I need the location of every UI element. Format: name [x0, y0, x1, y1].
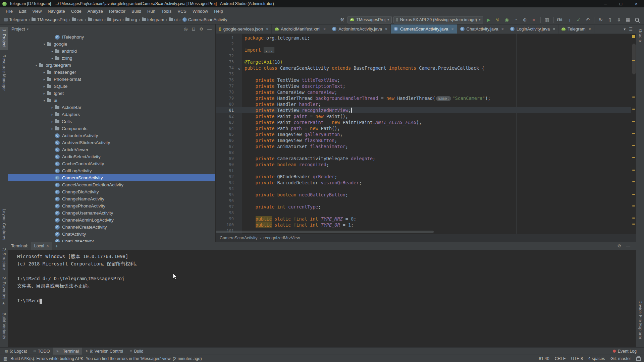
- breadcrumb-src[interactable]: src: [71, 17, 84, 22]
- indent-style[interactable]: 4 spaces: [588, 356, 605, 361]
- code-line-94[interactable]: 94: [216, 186, 631, 192]
- terminal-tab-local[interactable]: Local ×: [31, 242, 52, 250]
- warning-stripe-mark[interactable]: [632, 109, 635, 110]
- tool-window-todo[interactable]: ☑TODO: [30, 348, 53, 355]
- tree-item-components[interactable]: ▸Components: [8, 125, 215, 132]
- tool-button-resource-manager[interactable]: Resource Manager: [0, 52, 8, 93]
- breadcrumb-telegram[interactable]: Telegram: [3, 17, 28, 22]
- tool-button-device-file-explorer[interactable]: Device File Explorer: [636, 298, 644, 342]
- tree-item-calllogactivity[interactable]: CCallLogActivity: [8, 167, 215, 174]
- minimize-button[interactable]: –: [598, 0, 613, 7]
- build-hammer-icon[interactable]: ⚒: [338, 16, 346, 23]
- chevron-down-icon[interactable]: ▾: [27, 27, 29, 31]
- apply-changes-icon[interactable]: ↯: [494, 16, 501, 23]
- sdk-manager-icon[interactable]: ⇩: [615, 16, 623, 23]
- close-icon[interactable]: ×: [385, 27, 387, 32]
- tree-item-chateditactivity[interactable]: CChatEditActivity: [8, 238, 215, 242]
- maximize-button[interactable]: □: [613, 0, 629, 7]
- device-selector[interactable]: ▯Nexus 5X API 29 (Missing system image)▾: [393, 16, 483, 23]
- tree-item-cells[interactable]: ▸Cells: [8, 118, 215, 125]
- tool-button-build-variants[interactable]: Build Variants: [0, 310, 8, 342]
- editor-menu-icon[interactable]: ☰: [629, 27, 633, 32]
- tree-item-audioselectactivity[interactable]: CAudioSelectActivity: [8, 153, 215, 160]
- git-commit-icon[interactable]: ✓: [575, 16, 582, 23]
- code-line-84[interactable]: 84 private Path path = new Path();: [216, 125, 631, 131]
- breadcrumb-main[interactable]: main: [87, 17, 103, 22]
- warning-stripe-mark[interactable]: [632, 145, 635, 146]
- tree-expand-arrow[interactable]: ▸: [50, 127, 55, 130]
- breadcrumb-java[interactable]: java: [107, 17, 121, 22]
- breadcrumb-telegram[interactable]: telegram: [141, 17, 165, 22]
- code-line-97[interactable]: 97 private int currentType;: [216, 204, 631, 210]
- editor-vertical-scrollbar[interactable]: [632, 44, 636, 74]
- tree-expand-arrow[interactable]: ▸: [42, 78, 47, 81]
- code-line-90[interactable]: 90 private boolean recognized;: [216, 162, 631, 168]
- close-icon[interactable]: ×: [451, 27, 454, 32]
- tree-item-actionbar[interactable]: ▸ActionBar: [8, 104, 215, 111]
- breadcrumb-org[interactable]: org: [125, 17, 138, 22]
- code-line-85[interactable]: 85 private ImageView galleryButton;: [216, 131, 631, 137]
- code-line-88[interactable]: 88: [216, 149, 631, 156]
- editor-tab-actionintroactivity-java[interactable]: CActionIntroActivity.java×: [329, 24, 391, 34]
- search-everywhere-icon[interactable]: [633, 16, 641, 23]
- tree-expand-arrow[interactable]: ▾: [42, 43, 47, 46]
- folded-region[interactable]: ...: [264, 47, 274, 53]
- code-line-92[interactable]: 92 private QRCodeReader qrReader;: [216, 174, 631, 180]
- code-line-2[interactable]: 2: [216, 41, 631, 47]
- tool-button-layout-captures[interactable]: Layout Captures: [0, 206, 8, 243]
- editor-horizontal-scrollbar[interactable]: [216, 231, 434, 233]
- run-configuration-selector[interactable]: TMessagesProj▾: [347, 16, 391, 23]
- menu-refactor[interactable]: Refactor: [106, 9, 128, 14]
- breadcrumb-class[interactable]: CameraScanActivity: [220, 236, 258, 240]
- file-encoding[interactable]: UTF-8: [571, 356, 583, 361]
- tree-expand-arrow[interactable]: ▸: [50, 106, 55, 109]
- collapse-all-icon[interactable]: ⊟: [192, 26, 195, 32]
- warning-stripe-mark[interactable]: [632, 194, 635, 195]
- readonly-lock-icon[interactable]: [636, 357, 641, 361]
- code-line-83[interactable]: 83 private Paint cornerPaint = new Paint…: [216, 119, 631, 125]
- avd-manager-icon[interactable]: ▯: [606, 16, 613, 23]
- menu-analyze[interactable]: Analyze: [85, 9, 106, 14]
- tool-window-terminal[interactable]: >_Terminal: [53, 348, 83, 355]
- code-line-72[interactable]: 72: [216, 53, 631, 59]
- tree-expand-arrow[interactable]: ▾: [42, 99, 47, 102]
- code-line-95[interactable]: 95 private boolean needGalleryButton;: [216, 192, 631, 198]
- tree-item-articleviewer[interactable]: CArticleViewer: [8, 146, 215, 153]
- tree-expand-arrow[interactable]: ▸: [50, 50, 55, 53]
- stop-icon[interactable]: ■: [530, 16, 538, 23]
- settings-gear-icon[interactable]: ⚙: [199, 26, 203, 32]
- breadcrumb-camerascanactivity[interactable]: CCameraScanActivity: [182, 17, 228, 22]
- code-line-89[interactable]: 89 private CameraScanActivityDelegate de…: [216, 156, 631, 162]
- code-editor[interactable]: 1package org.telegram.ui;23import ...727…: [216, 34, 636, 234]
- tool-window-switcher-icon[interactable]: ▦: [3, 356, 7, 361]
- close-icon[interactable]: ×: [589, 27, 591, 32]
- editor-tab-androidmanifest-xml[interactable]: AndroidManifest.xml×: [272, 24, 329, 34]
- new-terminal-icon[interactable]: +: [55, 243, 58, 249]
- tree-item-org-telegram[interactable]: ▾org.telegram: [8, 62, 215, 69]
- tree-item-changenameactivity[interactable]: CChangeNameActivity: [8, 195, 215, 202]
- menu-run[interactable]: Run: [144, 9, 158, 14]
- editor-tab-google-services-json[interactable]: {}google-services.json×: [216, 24, 272, 34]
- tree-expand-arrow[interactable]: ▸: [42, 71, 47, 74]
- code-line-77[interactable]: 77 private TextView descriptionText;: [216, 83, 631, 89]
- tree-item-google[interactable]: ▾google: [8, 41, 215, 48]
- warning-stripe-mark[interactable]: [632, 60, 635, 61]
- tree-expand-arrow[interactable]: ▸: [50, 120, 55, 123]
- tree-item-ui[interactable]: ▾ui: [8, 97, 215, 104]
- run-icon[interactable]: ▶: [485, 16, 492, 23]
- code-line-75[interactable]: 75: [216, 71, 631, 77]
- code-line-100[interactable]: 100 public static final int TYPE_QR = 1;: [216, 222, 631, 228]
- terminal-output[interactable]: Microsoft Windows [版本 10.0.17763.1098](c…: [8, 250, 636, 304]
- tool-window-version-control[interactable]: ⇅9: Version Control: [82, 348, 126, 355]
- caret-position[interactable]: 81:40: [539, 356, 549, 361]
- tree-item-changebioactivity[interactable]: CChangeBioActivity: [8, 188, 215, 195]
- tree-item-cancelaccountdeletionactivity[interactable]: CCancelAccountDeletionActivity: [8, 181, 215, 188]
- menu-help[interactable]: Help: [211, 9, 226, 14]
- tool-window-logcat[interactable]: ▤6: Logcat: [2, 348, 30, 355]
- code-line-87[interactable]: 87 private AnimatorSet flashAnimator;: [216, 143, 631, 149]
- tree-expand-arrow[interactable]: ▸: [50, 57, 55, 60]
- tree-item-chatactivity[interactable]: CChatActivity: [8, 231, 215, 238]
- menu-navigate[interactable]: Navigate: [45, 9, 68, 14]
- tree-item-itelephony[interactable]: CITelephony: [8, 34, 215, 41]
- close-icon[interactable]: ×: [501, 27, 504, 32]
